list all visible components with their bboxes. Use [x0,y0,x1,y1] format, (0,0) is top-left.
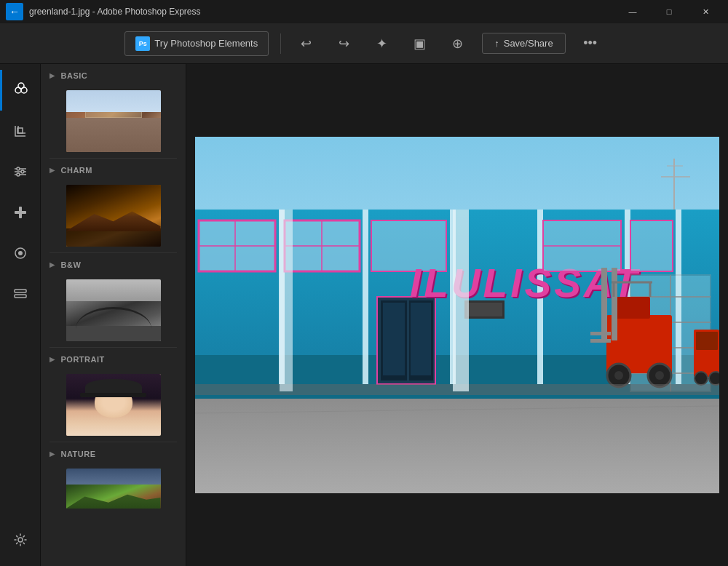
svg-rect-65 [590,332,611,335]
sidebar-item-heal[interactable] [0,192,41,233]
sidebar-item-layers[interactable] [0,274,41,314]
filter-category-bw-label: B&W [61,260,82,269]
maximize-button[interactable]: □ [652,0,686,23]
svg-rect-15 [15,295,26,298]
filter-category-basic: ▶ BASIC [41,64,186,152]
canvas-area: ILULISSAT [186,64,728,566]
chevron-portrait: ▶ [50,356,55,363]
svg-point-13 [18,251,23,255]
undo-button[interactable]: ↩ [293,31,319,57]
filter-category-nature: ▶ NATURE [41,442,186,509]
svg-rect-75 [696,332,718,350]
filter-preview-nature[interactable] [66,469,161,509]
svg-point-9 [17,173,20,176]
filter-category-basic-header[interactable]: ▶ BASIC [41,64,186,87]
svg-point-76 [695,372,708,385]
filters-icon [13,82,29,98]
filter-preview-portrait[interactable] [66,374,161,436]
save-icon: ↑ [494,38,499,49]
svg-rect-18 [195,384,719,493]
photo-canvas: ILULISSAT [195,137,719,493]
sidebar-item-settings[interactable] [0,519,41,560]
chevron-charm: ▶ [50,167,55,174]
more-button[interactable]: ••• [577,31,604,57]
svg-rect-63 [601,268,607,340]
filter-category-charm-header[interactable]: ▶ CHARM [41,159,186,182]
svg-rect-44 [411,303,431,375]
svg-point-2 [18,83,24,89]
svg-point-68 [614,371,623,380]
svg-point-70 [655,371,664,380]
back-button[interactable]: ← [6,3,23,20]
magic-button[interactable]: ✦ [368,31,395,57]
sidebar-item-filters[interactable] [0,70,41,111]
svg-rect-24 [363,210,368,384]
zoom-button[interactable]: ⊕ [444,31,470,57]
svg-rect-60 [467,303,502,316]
svg-point-16 [18,538,23,542]
svg-rect-48 [630,220,673,271]
filter-panel: ▶ BASIC ▶ CHARM [41,64,186,566]
filter-preview-bw[interactable] [66,279,161,341]
photo-container: ILULISSAT [195,137,719,493]
svg-rect-43 [383,303,405,375]
filter-category-bw: ▶ B&W [41,253,186,341]
sidebar-item-crop[interactable] [0,111,41,151]
filter-category-portrait-label: PORTRAIT [61,355,105,364]
save-label: Save/Share [504,38,553,49]
window-title: greenland-1.jpg - Adobe Photoshop Expres… [29,7,201,17]
adjustments-icon [12,164,28,180]
toolbar: Ps Try Photoshop Elements ↩ ↪ ✦ ▣ ⊕ ↑ Sa… [0,23,728,64]
close-button[interactable]: ✕ [689,0,722,23]
svg-point-7 [17,167,20,170]
titlebar-left: ← greenland-1.jpg - Adobe Photoshop Expr… [6,3,201,20]
icon-sidebar [0,64,41,566]
filter-preview-charm[interactable] [66,185,161,247]
filter-category-bw-header[interactable]: ▶ B&W [41,253,186,276]
svg-point-8 [21,170,24,173]
effects-icon [12,245,28,261]
window-controls: — □ ✕ [616,0,722,23]
svg-point-77 [709,372,719,385]
svg-rect-64 [612,268,617,340]
titlebar: ← greenland-1.jpg - Adobe Photoshop Expr… [0,0,728,23]
toolbar-divider-1 [280,33,281,54]
sidebar-item-adjustments[interactable] [0,151,41,192]
main-content: ▶ BASIC ▶ CHARM [0,64,728,566]
chevron-nature: ▶ [50,450,55,458]
sidebar-item-effects[interactable] [0,233,41,274]
save-share-button[interactable]: ↑ Save/Share [482,33,565,54]
filter-preview-basic[interactable] [66,90,161,152]
filter-category-portrait-header[interactable]: ▶ PORTRAIT [41,348,186,371]
ps-icon: Ps [135,36,150,51]
chevron-basic: ▶ [50,72,55,79]
filter-category-basic-label: BASIC [61,71,88,80]
svg-rect-80 [280,210,293,391]
svg-rect-62 [614,297,650,319]
toolbar-center: Ps Try Photoshop Elements ↩ ↪ ✦ ▣ ⊕ ↑ Sa… [124,31,603,57]
svg-rect-11 [19,207,22,218]
minimize-button[interactable]: — [616,0,649,23]
filter-category-portrait: ▶ PORTRAIT [41,348,186,436]
filter-category-charm: ▶ CHARM [41,159,186,247]
filter-category-charm-label: CHARM [61,166,92,175]
svg-rect-14 [15,290,26,292]
filter-category-nature-header[interactable]: ▶ NATURE [41,442,186,466]
try-photoshop-button[interactable]: Ps Try Photoshop Elements [124,31,269,56]
filter-category-nature-label: NATURE [61,450,96,458]
settings-icon [12,532,28,548]
heal-icon [12,204,28,220]
svg-rect-79 [453,210,469,391]
layers-icon [12,286,28,302]
compare-button[interactable]: ▣ [406,31,432,57]
chevron-bw: ▶ [50,261,55,268]
try-photoshop-label: Try Photoshop Elements [154,38,258,49]
svg-rect-66 [590,339,611,343]
crop-icon [12,123,28,139]
redo-button[interactable]: ↪ [331,31,357,57]
